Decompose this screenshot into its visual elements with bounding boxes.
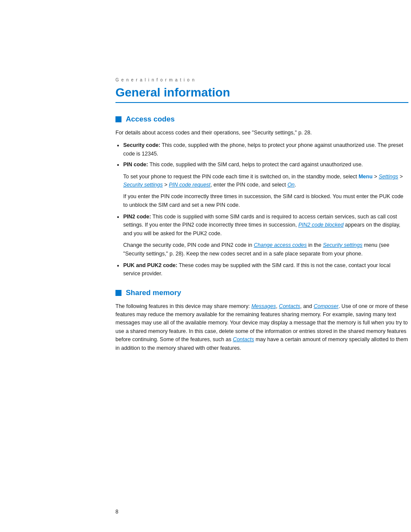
list-item-puk-code: PUK and PUK2 code: These codes may be su… bbox=[123, 261, 408, 278]
section-icon-shared-memory bbox=[115, 290, 121, 296]
access-codes-list-2: PIN2 code: This code is supplied with so… bbox=[123, 213, 408, 238]
access-codes-intro: For details about access codes and their… bbox=[115, 129, 408, 137]
section-heading-shared-memory: Shared memory bbox=[115, 289, 408, 297]
security-code-term: Security code: bbox=[123, 142, 160, 148]
link-on[interactable]: On bbox=[287, 182, 295, 188]
section-title-shared-memory: Shared memory bbox=[126, 289, 181, 297]
pin-code-text: This code, supplied with the SIM card, h… bbox=[149, 162, 363, 168]
section-shared-memory: Shared memory The following features in … bbox=[115, 289, 408, 352]
puk-code-term: PUK and PUK2 code: bbox=[123, 262, 177, 268]
security-code-text: This code, supplied with the phone, help… bbox=[123, 142, 403, 156]
pin2-code-term: PIN2 code: bbox=[123, 214, 151, 220]
list-item-security-code: Security code: This code, supplied with … bbox=[123, 141, 408, 158]
section-icon-access-codes bbox=[115, 116, 121, 122]
content-area: G e n e r a l i n f o r m a t i o n Gene… bbox=[115, 0, 408, 383]
link-change-access-codes[interactable]: Change access codes bbox=[254, 242, 307, 248]
link-security-settings-2[interactable]: Security settings bbox=[323, 242, 363, 248]
shared-memory-body: The following features in this device ma… bbox=[115, 302, 408, 352]
link-contacts-1[interactable]: Contacts bbox=[279, 303, 300, 309]
link-contacts-2[interactable]: Contacts bbox=[233, 336, 254, 342]
page-title: General information bbox=[115, 86, 408, 103]
access-codes-list-3: PUK and PUK2 code: These codes may be su… bbox=[123, 261, 408, 278]
pin-code-term: PIN code: bbox=[123, 162, 148, 168]
link-pin-code-request[interactable]: PIN code request bbox=[169, 182, 211, 188]
list-item-pin2-code: PIN2 code: This code is supplied with so… bbox=[123, 213, 408, 238]
link-security-settings-1[interactable]: Security settings bbox=[123, 182, 163, 188]
section-heading-access-codes: Access codes bbox=[115, 115, 408, 124]
link-composer[interactable]: Composer bbox=[314, 303, 339, 309]
link-messages[interactable]: Messages bbox=[251, 303, 276, 309]
pin2-subpara-1: Change the security code, PIN code and P… bbox=[123, 241, 408, 258]
section-title-access-codes: Access codes bbox=[126, 115, 174, 124]
link-settings[interactable]: Settings bbox=[379, 174, 398, 180]
list-item-pin-code: PIN code: This code, supplied with the S… bbox=[123, 161, 408, 169]
page-container: G e n e r a l i n f o r m a t i o n Gene… bbox=[0, 0, 411, 532]
section-access-codes: Access codes For details about access co… bbox=[115, 115, 408, 278]
breadcrumb: G e n e r a l i n f o r m a t i o n bbox=[115, 78, 408, 82]
link-menu[interactable]: Menu bbox=[358, 174, 373, 180]
page-number: 8 bbox=[115, 509, 118, 515]
link-pin2-blocked[interactable]: PIN2 code blocked bbox=[298, 222, 343, 228]
pin-code-subpara-2: If you enter the PIN code incorrectly th… bbox=[123, 193, 408, 209]
access-codes-list: Security code: This code, supplied with … bbox=[123, 141, 408, 169]
pin-code-subpara-1: To set your phone to request the PIN cod… bbox=[123, 173, 408, 190]
